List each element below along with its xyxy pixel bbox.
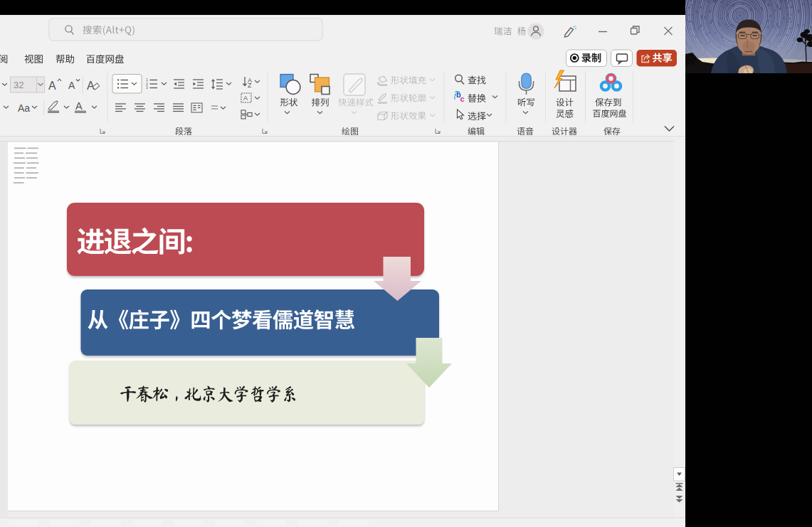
svg-text:Z: Z — [248, 82, 252, 89]
svg-text:A: A — [243, 95, 248, 102]
svg-text:A: A — [75, 100, 83, 112]
svg-text:A: A — [87, 80, 95, 92]
svg-text:A: A — [68, 80, 75, 91]
svg-text:32: 32 — [14, 80, 23, 90]
svg-text:3: 3 — [146, 85, 148, 90]
svg-text:c: c — [460, 95, 465, 103]
svg-text:Aa: Aa — [18, 102, 30, 114]
svg-text:A: A — [48, 80, 56, 92]
